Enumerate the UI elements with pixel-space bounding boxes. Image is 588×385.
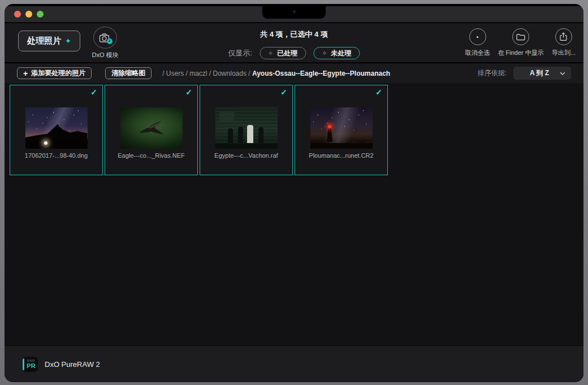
filter-processed-button[interactable]: ✧ 已处理 bbox=[260, 47, 306, 59]
mountain-silhouette bbox=[25, 122, 88, 141]
export-icon bbox=[559, 32, 568, 41]
photo-cell[interactable]: ✓ Ploumanac...runet.CR2 bbox=[295, 85, 388, 175]
sort-group: 排序依据: A 到 Z bbox=[478, 67, 571, 80]
filter-unprocessed-button[interactable]: ✧ 未处理 bbox=[313, 47, 360, 59]
sort-value: A 到 Z bbox=[519, 68, 560, 78]
selected-check-icon: ✓ bbox=[280, 88, 287, 97]
filter-row: 仅显示: ✧ 已处理 ✧ 未处理 bbox=[228, 47, 360, 59]
photo-filename: Ploumanac...runet.CR2 bbox=[295, 152, 387, 159]
filter-processed-label: 已处理 bbox=[277, 49, 297, 58]
export-circle bbox=[555, 28, 572, 45]
deselect-all-button[interactable]: 取消全选 bbox=[465, 28, 490, 57]
dxo-modules-label: DxO 模块 bbox=[92, 51, 118, 59]
add-photos-button[interactable]: + 添加要处理的照片 bbox=[17, 67, 92, 79]
app-window: 处理照片 ✦ ✓ DxO 模块 共 4 项，已选中 4 项 仅显示: ✧ 已处理 bbox=[5, 4, 583, 382]
app-logo: DXO PR bbox=[23, 357, 38, 372]
photo-thumbnail bbox=[215, 107, 278, 149]
photo-cell[interactable]: ✓ Eagle---co..._Rivas.NEF bbox=[105, 85, 198, 175]
show-in-finder-label: 在 Finder 中显示 bbox=[498, 49, 544, 57]
photo-filename: 17062017-...98-40.dng bbox=[10, 152, 102, 159]
deselect-all-label: 取消全选 bbox=[465, 49, 490, 57]
photo-thumbnail bbox=[120, 107, 183, 149]
filter-label: 仅显示: bbox=[228, 48, 252, 58]
selection-info-group: 共 4 项，已选中 4 项 仅显示: ✧ 已处理 ✧ 未处理 bbox=[228, 29, 360, 59]
photo-filename: Eagle---co..._Rivas.NEF bbox=[105, 152, 197, 159]
camera-circle: ✓ bbox=[93, 27, 117, 49]
breadcrumb-current-folder: Ayous-Ossau--Eagle--Egypte--Ploumanach bbox=[252, 70, 390, 77]
export-to-button[interactable]: 导出到... bbox=[552, 28, 576, 57]
plus-icon: + bbox=[23, 69, 28, 78]
sort-by-label: 排序依据: bbox=[478, 68, 507, 78]
sparkle-icon: ✦ bbox=[65, 37, 71, 45]
sort-dropdown[interactable]: A 到 Z bbox=[513, 67, 571, 80]
sparkle-outline-icon: ✧ bbox=[268, 50, 273, 57]
export-to-label: 导出到... bbox=[552, 49, 576, 57]
zoom-button[interactable] bbox=[37, 11, 44, 18]
process-photos-label: 处理照片 bbox=[27, 36, 61, 46]
selection-summary: 共 4 项，已选中 4 项 bbox=[260, 29, 328, 40]
logo-pr-text: PR bbox=[27, 362, 35, 369]
selected-check-icon: ✓ bbox=[90, 88, 97, 97]
photo-filename: Egypte---c...Vachon.raf bbox=[200, 152, 292, 159]
lighthouse-light bbox=[328, 125, 331, 128]
photo-thumbnail bbox=[310, 107, 373, 149]
camera-icon bbox=[293, 10, 296, 13]
finder-circle bbox=[512, 28, 529, 45]
white-robed-figure bbox=[247, 125, 253, 143]
show-in-finder-button[interactable]: 在 Finder 中显示 bbox=[498, 28, 544, 57]
selected-check-icon: ✓ bbox=[185, 88, 192, 97]
selected-check-icon: ✓ bbox=[375, 88, 382, 97]
file-toolbar: + 添加要处理的照片 清除缩略图 / Users / maczl / Downl… bbox=[5, 63, 583, 83]
folder-icon bbox=[516, 33, 525, 41]
filter-unprocessed-label: 未处理 bbox=[331, 49, 352, 58]
lighthouse-silhouette bbox=[327, 128, 332, 142]
deselect-all-circle bbox=[469, 28, 486, 45]
chevron-down-icon bbox=[560, 72, 565, 75]
display-notch bbox=[262, 4, 326, 19]
photo-grid: ✓ 17062017-...98-40.dng ✓ Eagle---co..._… bbox=[5, 83, 583, 345]
header-actions: 取消全选 在 Finder 中显示 导出到... bbox=[465, 28, 576, 57]
app-name: DxO PureRAW 2 bbox=[45, 360, 100, 369]
header-toolbar: 处理照片 ✦ ✓ DxO 模块 共 4 项，已选中 4 项 仅显示: ✧ 已处理 bbox=[5, 23, 583, 63]
close-button[interactable] bbox=[14, 11, 21, 18]
sparkle-outline-icon: ✧ bbox=[322, 50, 327, 57]
breadcrumb[interactable]: / Users / maczl / Downloads / Ayous-Ossa… bbox=[162, 70, 390, 77]
dot-icon bbox=[477, 36, 478, 38]
dxo-modules-button[interactable]: ✓ DxO 模块 bbox=[87, 27, 123, 59]
photo-cell[interactable]: ✓ Egypte---c...Vachon.raf bbox=[200, 85, 293, 175]
eagle-silhouette bbox=[137, 120, 168, 137]
process-photos-button[interactable]: 处理照片 ✦ bbox=[18, 31, 80, 51]
thumbnail-row: ✓ 17062017-...98-40.dng ✓ Eagle---co..._… bbox=[5, 83, 583, 175]
photo-thumbnail bbox=[25, 107, 88, 149]
clear-thumbnails-label: 清除缩略图 bbox=[111, 68, 145, 78]
footer: DXO PR DxO PureRAW 2 bbox=[5, 345, 583, 382]
clear-thumbnails-button[interactable]: 清除缩略图 bbox=[105, 67, 152, 79]
module-status-badge: ✓ bbox=[107, 38, 113, 44]
photo-cell[interactable]: ✓ 17062017-...98-40.dng bbox=[10, 85, 103, 175]
add-photos-label: 添加要处理的照片 bbox=[31, 68, 85, 78]
breadcrumb-path: / Users / maczl / Downloads / bbox=[162, 70, 250, 77]
minimize-button[interactable] bbox=[25, 11, 32, 18]
